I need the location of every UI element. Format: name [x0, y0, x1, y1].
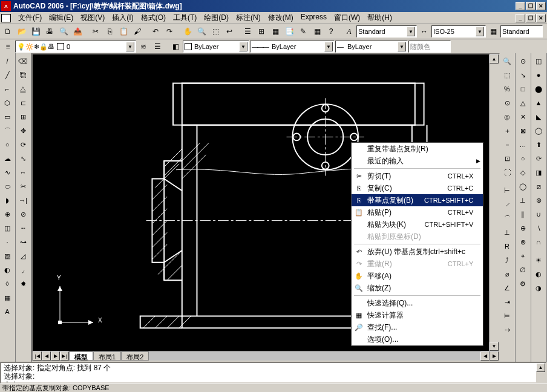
textstyle-icon[interactable]: A	[342, 25, 356, 38]
render-icon[interactable]: ☀	[532, 253, 545, 267]
dim-jogged-icon[interactable]: ⤴	[500, 253, 514, 267]
dim-baseline-icon[interactable]: ⊨	[500, 309, 514, 322]
extend-icon[interactable]: →|	[16, 194, 30, 207]
context-item[interactable]: 选项(O)...	[352, 333, 483, 345]
copy-obj-icon[interactable]: ⿻	[16, 68, 30, 82]
chevron-down-icon[interactable]: ▼	[398, 42, 406, 51]
osnap-quad-icon[interactable]: ◇	[516, 166, 529, 179]
scroll-right-icon[interactable]: ▶	[490, 351, 499, 361]
redo-icon[interactable]: ↷	[163, 25, 176, 38]
menu-格式o[interactable]: 格式(O)	[137, 11, 169, 24]
context-item[interactable]: 重复带基点复制(R)	[352, 143, 483, 155]
paste-icon[interactable]: 📋	[117, 25, 130, 38]
matchprop-icon[interactable]: 🖌	[131, 25, 144, 38]
move-icon[interactable]: ✥	[16, 124, 30, 137]
context-item[interactable]: ▦快速计算器	[352, 309, 483, 321]
menu-编辑e[interactable]: 编辑(E)	[45, 11, 77, 24]
block-icon[interactable]: ◫	[1, 221, 14, 235]
menu-工具t[interactable]: 工具(T)	[169, 11, 200, 24]
menu-绘图d[interactable]: 绘图(D)	[200, 11, 232, 24]
cmd-scrollbar[interactable]: ▲	[536, 363, 546, 382]
osnap-from-icon[interactable]: ↘	[516, 68, 529, 82]
osnap-parallel-icon[interactable]: ∥	[516, 207, 529, 221]
tab-模型[interactable]: 模型	[69, 351, 93, 361]
box-icon[interactable]: ◫	[532, 54, 545, 68]
scale-icon[interactable]: ⤡	[16, 152, 30, 165]
tab-next-icon[interactable]: ▶	[51, 351, 60, 361]
scroll-up-icon[interactable]: ▲	[536, 363, 545, 372]
doc-close-button[interactable]: ✕	[536, 14, 546, 22]
copy-icon[interactable]: ⎘	[103, 25, 116, 38]
gradient-icon[interactable]: ◐	[1, 263, 14, 276]
xline-icon[interactable]: ╱	[1, 68, 14, 82]
slice-icon[interactable]: ◨	[532, 166, 545, 179]
rectangle-icon[interactable]: ▭	[1, 110, 14, 123]
color-icon[interactable]: ◧	[169, 40, 182, 53]
osnap-tan-icon[interactable]: ◯	[516, 180, 529, 193]
cone-icon[interactable]: ▲	[532, 96, 545, 109]
region-icon[interactable]: ◊	[1, 277, 14, 290]
layer-prev-icon[interactable]: ≋	[137, 40, 150, 53]
zoom-prev-icon[interactable]: ↩	[223, 25, 236, 38]
fillet-icon[interactable]: ◞	[16, 263, 30, 276]
ellipsearc-icon[interactable]: ◗	[1, 194, 14, 207]
textstyle-dropdown[interactable]: Standard ▼	[356, 25, 417, 38]
wedge-icon[interactable]: ◣	[532, 110, 545, 123]
chevron-down-icon[interactable]: ▼	[239, 42, 247, 51]
context-item[interactable]: 快速选择(Q)...	[352, 297, 483, 309]
arc-icon[interactable]: ⌒	[1, 124, 14, 137]
osnap-mid-icon[interactable]: △	[516, 96, 529, 109]
designcenter-icon[interactable]: ⊞	[255, 25, 268, 38]
osnap-ins-icon[interactable]: ⊕	[516, 221, 529, 235]
layer-dropdown[interactable]: 💡🔆❄🔒🖶 0 ▼	[15, 41, 136, 53]
polygon-icon[interactable]: ⬡	[1, 96, 14, 109]
menu-标注n[interactable]: 标注(N)	[232, 11, 264, 24]
revolve-icon[interactable]: ⟳	[532, 152, 545, 165]
zoom-out-icon[interactable]: －	[500, 138, 514, 151]
break-icon[interactable]: ╌	[16, 221, 30, 235]
zoom-all-icon[interactable]: ⊡	[500, 152, 514, 165]
erase-icon[interactable]: ⌫	[16, 54, 30, 68]
zoom-dynamic-icon[interactable]: ⬚	[500, 68, 514, 82]
scroll-up-icon[interactable]: ▲	[490, 54, 499, 64]
chevron-down-icon[interactable]: ▼	[324, 42, 333, 51]
menu-express[interactable]: Express	[297, 11, 330, 24]
doc-icon[interactable]	[1, 14, 11, 22]
new-icon[interactable]: 🗋	[1, 25, 15, 38]
dim-angular-icon[interactable]: ∠	[500, 281, 514, 295]
context-item[interactable]: 📋粘贴(P)CTRL+V	[352, 206, 483, 218]
tab-布局2[interactable]: 布局2	[121, 351, 149, 361]
osnap-appint-icon[interactable]: ⊠	[516, 124, 529, 137]
chamfer-icon[interactable]: ◿	[16, 249, 30, 263]
pan-icon[interactable]: ✋	[181, 25, 194, 38]
dim-radius-icon[interactable]: R	[500, 240, 514, 253]
dim-arc-icon[interactable]: ⌒	[500, 212, 514, 225]
rotate-icon[interactable]: ⟳	[16, 138, 30, 151]
zoom-window-icon[interactable]: ⬚	[209, 25, 222, 38]
dim-continue-icon[interactable]: ⇢	[500, 323, 514, 336]
close-button[interactable]: ✕	[536, 2, 546, 10]
context-item[interactable]: ⎘复制(C)CTRL+C	[352, 182, 483, 194]
osnap-center-icon[interactable]: ○	[516, 152, 529, 165]
cylinder-icon[interactable]: ⬤	[532, 82, 545, 96]
point-icon[interactable]: ·	[1, 235, 14, 249]
context-item[interactable]: ✂剪切(T)CTRL+X	[352, 170, 483, 182]
line-icon[interactable]: /	[1, 54, 14, 68]
osnap-temp-icon[interactable]: ⊙	[516, 54, 529, 68]
spline-icon[interactable]: ∿	[1, 166, 14, 179]
context-item[interactable]: 最近的输入▶	[352, 155, 483, 167]
osnap-end-icon[interactable]: □	[516, 82, 529, 96]
dim-linear-icon[interactable]: ⊢	[500, 184, 514, 197]
mtext-icon[interactable]: A	[1, 305, 14, 318]
undo-icon[interactable]: ↶	[149, 25, 162, 38]
help-icon[interactable]: ?	[324, 25, 338, 38]
context-item[interactable]: ✋平移(A)	[352, 270, 483, 282]
osnap-none-icon[interactable]: ∅	[516, 263, 529, 276]
array-icon[interactable]: ⊞	[16, 110, 30, 123]
cut-icon[interactable]: ✂	[89, 25, 102, 38]
shade-icon[interactable]: ◑	[532, 281, 545, 295]
dimstyle-icon[interactable]: ↔	[418, 25, 431, 38]
zoom-realtime-icon[interactable]: 🔍	[195, 25, 208, 38]
context-item[interactable]: 粘贴为块(K)CTRL+SHIFT+V	[352, 218, 483, 230]
dim-aligned-icon[interactable]: ⟋	[500, 198, 514, 211]
